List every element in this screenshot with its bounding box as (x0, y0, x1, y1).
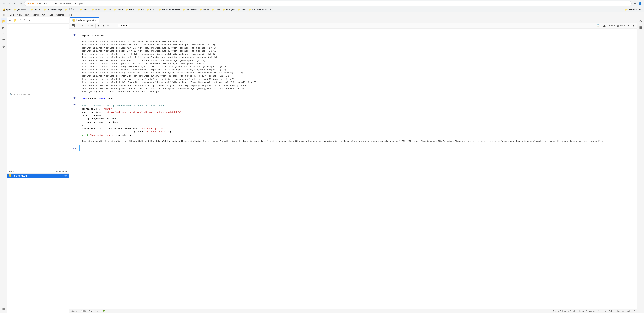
bookmark-guangbo[interactable]: 📁 Guangbo (222, 8, 236, 11)
save-button[interactable]: 💾 (71, 23, 76, 28)
cell-1-container: [1]: pip install openai Requirement alre… (69, 33, 637, 95)
bookmark-more[interactable]: » (268, 8, 272, 11)
notebook-tab-llm-demo[interactable]: 📒 llm-demo.ipynb × (70, 17, 99, 22)
bookmark-todo[interactable]: 📁 TODO (198, 8, 210, 11)
column-modified-header: Last Modified (46, 170, 68, 173)
kernel-status-dot (628, 25, 630, 26)
bookmark-linux[interactable]: 📁 Linux (236, 8, 247, 11)
cell-4-container: [ ]: (69, 145, 637, 152)
bookmark-harvester-study[interactable]: 📁 Harvester Study (248, 8, 268, 11)
upload-btn[interactable]: ⇧ (18, 18, 22, 23)
import-keyword: import (98, 98, 105, 100)
bookmark-env[interactable]: 📁 env (136, 8, 145, 11)
extension-sidebar-btn[interactable]: ⚙ (0, 44, 6, 50)
menu-run[interactable]: Run (24, 13, 31, 17)
cell-1-input[interactable]: pip install openai (80, 33, 637, 39)
bookmark-gpts[interactable]: 📁 GPTs (124, 8, 136, 11)
general-k8s-label: general k8s (17, 8, 28, 10)
add-cell-button[interactable]: + (76, 23, 80, 28)
bookmark-all[interactable]: 📁 All Bookmarks (624, 8, 643, 11)
cell-2-input[interactable]: from openai import OpenAI (80, 96, 637, 102)
home-button[interactable]: ⌂ (18, 1, 23, 6)
cell-2-gutter: [2]: (69, 96, 80, 102)
menu-file[interactable]: File (1, 13, 8, 17)
running-sidebar-btn[interactable]: ▶ (0, 24, 6, 31)
extensions-button[interactable]: ■ (632, 1, 637, 6)
url-display[interactable]: 192.168.31.100:31172/lab/tree/llm-demo.i… (39, 2, 629, 5)
cell-1-output-text: Requirement already satisfied: openai in… (82, 40, 635, 93)
menu-tabs[interactable]: Tabs (47, 13, 54, 17)
cell-type-label: Code (120, 24, 125, 27)
todo-icon: 📁 (200, 8, 202, 11)
column-name-header[interactable]: Name ▲ (9, 170, 46, 173)
run-cell-button[interactable]: ▶ (97, 23, 101, 28)
back-button[interactable]: ← (1, 1, 6, 6)
property-sidebar-btn[interactable]: ☰ (0, 306, 6, 312)
profile-button[interactable]: 👤 (638, 1, 643, 6)
cut-cell-button[interactable]: ✂ (81, 23, 85, 28)
bookmark-rancher-manage[interactable]: 📁 rancher-manage (42, 8, 63, 11)
linux-label: Linux (241, 8, 246, 10)
file-search-input[interactable] (14, 93, 67, 96)
bookmark-v120[interactable]: 📁 v1.2.0 (146, 8, 157, 11)
git-toggle-btn[interactable]: ♦ (28, 18, 32, 23)
tools-label: Tools (215, 8, 220, 10)
right-sidebar-btn-2[interactable]: ☰ (638, 24, 644, 31)
cell-1-gutter: [1]: (69, 33, 80, 95)
clock-button[interactable]: 🕐 (595, 23, 600, 28)
bookmark-shangqi[interactable]: 📁 上汽四期 (64, 7, 78, 11)
new-folder-btn[interactable]: 📁 (12, 18, 18, 23)
kernel-settings-btn[interactable]: ⚙ (632, 23, 636, 28)
cell-1-body[interactable]: pip install openai Requirement already s… (80, 33, 637, 95)
menu-git[interactable]: Git (40, 13, 47, 17)
spaces-label: 0 (634, 310, 635, 313)
bookmark-harv-demo[interactable]: 📁 Harv Demo (182, 8, 198, 11)
tools-icon: 📁 (212, 8, 214, 11)
bookmark-harvester-releases[interactable]: 📁 Harvester Releases (158, 8, 181, 11)
cell-3-input[interactable]: # Modify OpenAI's API key and API base t… (80, 103, 637, 138)
kernel-info-label: Python 3 (ipykernel) | Idle (553, 310, 576, 313)
bookmark-apps[interactable]: 🔔 Apps (1, 8, 12, 11)
cell-4-input[interactable] (80, 145, 637, 151)
forward-button[interactable]: → (7, 1, 12, 6)
bookmark-general-k8s[interactable]: 📁 general k8s (12, 8, 29, 11)
menu-help[interactable]: Help (66, 13, 74, 17)
bookmark-rancher[interactable]: 📁 rancher (29, 8, 42, 11)
bookmark-tools[interactable]: 📁 Tools (210, 8, 221, 11)
refresh-button[interactable]: ↻ (13, 1, 18, 6)
file-item-llm-demo[interactable]: 📒 llm-demo.ipynb seconds ago (7, 174, 69, 178)
gpts-icon: 📁 (126, 8, 128, 11)
restart-run-all-button[interactable]: ⏭ (111, 23, 115, 28)
tab-close-button[interactable]: × (95, 19, 97, 21)
files-sidebar-btn[interactable]: 📁 (0, 18, 6, 24)
restart-kernel-button[interactable]: ↻ (106, 23, 110, 28)
menu-view[interactable]: View (15, 13, 24, 17)
cell-4-body[interactable] (80, 145, 637, 152)
bookmark-others[interactable]: 📁 others (90, 8, 102, 11)
v120-icon: 📁 (147, 8, 150, 11)
right-sidebar-btn-1[interactable]: ⚙ (638, 18, 644, 24)
add-tab-button[interactable]: + (99, 18, 104, 22)
git-toolbar-btn[interactable]: git (602, 23, 607, 28)
cell-3-line-4: client = OpenAI( (82, 114, 635, 117)
git-sidebar-btn[interactable]: ✓ (0, 31, 6, 37)
file-modified-llm-demo: seconds ago (46, 175, 68, 177)
bookmark-llm[interactable]: 📁 LLM (102, 8, 112, 11)
bookmark-suse[interactable]: 📁 SUSE (78, 8, 90, 11)
cell-type-selector[interactable]: Code ▼ (118, 24, 129, 27)
copy-cell-button[interactable]: ⧉ (86, 23, 90, 28)
rancher-label: rancher (34, 8, 41, 10)
menu-settings[interactable]: Settings (55, 13, 66, 17)
path-label[interactable]: / (9, 166, 10, 169)
paste-cell-button[interactable]: ⧉ (90, 23, 94, 28)
menu-edit[interactable]: Edit (8, 13, 15, 17)
refresh-filebrowser-btn[interactable]: ↻ (23, 18, 28, 23)
bookmark-clouds[interactable]: 📁 clouds (112, 8, 124, 11)
menu-kernel[interactable]: Kernel (31, 13, 40, 17)
simple-mode-toggle[interactable] (81, 310, 86, 313)
new-launcher-btn[interactable]: + (8, 18, 12, 23)
stop-kernel-button[interactable]: ■ (102, 23, 105, 28)
cell-3-body[interactable]: # Modify OpenAI's API key and API base t… (80, 103, 637, 145)
toc-sidebar-btn[interactable]: ☰ (0, 37, 6, 43)
cell-2-body[interactable]: from openai import OpenAI (80, 96, 637, 102)
